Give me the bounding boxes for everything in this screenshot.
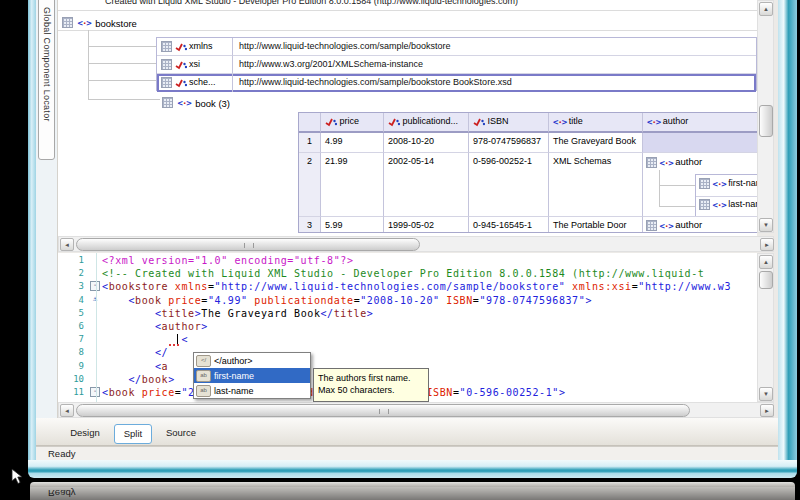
- fold-margin: [88, 361, 102, 374]
- scroll-left-button[interactable]: ◄: [60, 238, 74, 251]
- grid-handle-icon[interactable]: [646, 157, 657, 168]
- element-icon: <·>: [553, 117, 566, 127]
- scroll-down-button[interactable]: ▼: [759, 218, 773, 232]
- grid-handle-icon[interactable]: [161, 77, 172, 88]
- code-line[interactable]: 2<!-- Created with Liquid XML Studio - D…: [58, 268, 757, 281]
- design-vscrollbar[interactable]: ▲ ▼: [757, 0, 774, 233]
- scroll-left-button[interactable]: ◄: [60, 404, 74, 417]
- cell-author[interactable]: <·> author: [643, 217, 757, 233]
- sidebar-tab-global-component-locator[interactable]: Global Component Locator: [38, 0, 55, 160]
- code-line[interactable]: 7 <: [58, 334, 757, 347]
- last-name-row[interactable]: <·> last-name van der Vlist: [696, 196, 757, 217]
- first-name-row[interactable]: <·> first-name Eric: [696, 175, 757, 197]
- element-icon: ab: [196, 385, 211, 397]
- attribute-row-xmlns[interactable]: xmlns http://www.liquid-technologies.com…: [157, 38, 756, 56]
- source-hscrollbar[interactable]: ◄ ►: [58, 402, 774, 418]
- root-node-label[interactable]: bookstore: [95, 18, 137, 29]
- attribute-icon: [175, 78, 187, 88]
- column-header-author[interactable]: <·> author: [643, 113, 757, 133]
- grid-handle-icon[interactable]: [699, 178, 710, 189]
- code-line[interactable]: 4⚓ <book price="4.99" publicationdate="2…: [58, 295, 757, 308]
- scroll-thumb[interactable]: [759, 271, 773, 289]
- cell-title[interactable]: The Portable Door: [549, 217, 643, 233]
- scroll-thumb[interactable]: [76, 238, 420, 251]
- grid-handle-icon[interactable]: [161, 59, 172, 70]
- attribute-icon: [473, 117, 485, 127]
- code-line[interactable]: 1<?xml version="1.0" encoding="utf-8"?>: [58, 255, 757, 268]
- scroll-right-button[interactable]: ►: [760, 238, 774, 251]
- tree-line: [88, 80, 156, 81]
- scroll-down-button[interactable]: ▼: [759, 387, 773, 401]
- attribute-value[interactable]: http://www.liquid-technologies.com/sampl…: [233, 38, 756, 56]
- cell-publicationdate[interactable]: 2008-10-20: [384, 133, 469, 153]
- author-node-label[interactable]: author: [675, 156, 702, 167]
- grid-handle-icon[interactable]: [699, 199, 710, 210]
- attribute-value[interactable]: http://www.liquid-technologies.com/sampl…: [233, 74, 756, 92]
- column-header-publicationdate[interactable]: publicationd...: [384, 113, 469, 133]
- bookstore-node-row[interactable]: <·> bookstore: [62, 13, 137, 31]
- code-line[interactable]: 3-<bookstore xmlns="http://www.liquid-te…: [58, 281, 757, 294]
- attribute-value[interactable]: http://www.w3.org/2001/XMLSchema-instanc…: [233, 56, 756, 74]
- header-label: publicationd...: [403, 116, 459, 126]
- book-node-row[interactable]: <·> book (3): [162, 93, 230, 111]
- design-grid-pane[interactable]: Created with Liquid XML Studio - Develop…: [58, 0, 757, 252]
- header-label: price: [340, 116, 360, 126]
- design-hscrollbar[interactable]: ◄ ►: [58, 236, 774, 252]
- cell-title[interactable]: The Graveyard Book: [549, 133, 643, 153]
- column-header-title[interactable]: <·> title: [549, 113, 643, 133]
- tab-design[interactable]: Design: [62, 424, 108, 442]
- cell-isbn[interactable]: 0-596-00252-1: [469, 153, 549, 217]
- cell-isbn[interactable]: 978-0747596837: [469, 133, 549, 153]
- scroll-right-button[interactable]: ►: [760, 404, 774, 417]
- fold-margin: [88, 308, 102, 321]
- author-node-row[interactable]: <·> author: [646, 156, 702, 168]
- autocomplete-item[interactable]: abfirst-name: [194, 368, 310, 383]
- code-line[interactable]: 8 </: [58, 347, 757, 360]
- fold-marker-icon[interactable]: -: [88, 387, 102, 400]
- autocomplete-item[interactable]: </</author>: [194, 353, 310, 368]
- line-number: 2: [58, 268, 88, 281]
- fold-marker-icon[interactable]: -: [88, 281, 102, 294]
- author-node-label[interactable]: author: [675, 219, 702, 230]
- book-node-label[interactable]: book (3): [195, 98, 230, 109]
- scroll-thumb[interactable]: [76, 404, 690, 417]
- column-header-price[interactable]: price: [321, 113, 384, 133]
- code-line[interactable]: 5 <title>The Graveyard Book</title>: [58, 308, 757, 321]
- tab-source[interactable]: Source: [158, 424, 204, 442]
- cell-author-empty[interactable]: [643, 133, 757, 153]
- cell-isbn[interactable]: 0-945-16545-1: [469, 217, 549, 233]
- attribute-row-xsi[interactable]: xsi http://www.w3.org/2001/XMLSchema-ins…: [157, 56, 756, 74]
- tab-split[interactable]: Split: [114, 424, 152, 444]
- grid-handle-icon[interactable]: [161, 41, 172, 52]
- attribute-icon: [388, 117, 400, 127]
- scroll-up-button[interactable]: ▲: [759, 2, 773, 16]
- fold-marker-icon[interactable]: ⚓: [88, 295, 102, 308]
- grid-handle-icon[interactable]: [62, 17, 73, 28]
- autocomplete-item[interactable]: ablast-name: [194, 383, 310, 398]
- tree-line: [88, 46, 156, 47]
- attribute-row-schemalocation-selected[interactable]: sche... http://www.liquid-technologies.c…: [157, 74, 756, 92]
- thumb-grip: [244, 243, 254, 248]
- scroll-up-button[interactable]: ▲: [759, 255, 773, 269]
- grid-handle-icon[interactable]: [162, 97, 173, 108]
- scroll-thumb[interactable]: [759, 105, 773, 137]
- cell-price[interactable]: 4.99: [321, 133, 384, 153]
- window-left-border: [28, 0, 36, 462]
- cell-price[interactable]: 21.99: [321, 153, 384, 217]
- autocomplete-popup: </</author>abfirst-nameablast-name: [193, 352, 311, 399]
- grid-handle-icon[interactable]: [646, 220, 657, 231]
- column-header-isbn[interactable]: ISBN: [469, 113, 549, 133]
- source-vscrollbar[interactable]: ▲ ▼: [757, 253, 774, 402]
- code-line[interactable]: 6 <author>: [58, 321, 757, 334]
- row-number[interactable]: 2: [299, 153, 321, 217]
- row-number[interactable]: 1: [299, 133, 321, 153]
- row-number[interactable]: 3: [299, 217, 321, 233]
- cell-publicationdate[interactable]: 1999-05-02: [384, 217, 469, 233]
- fold-margin: [88, 268, 102, 281]
- cell-price[interactable]: 5.99: [321, 217, 384, 233]
- autocomplete-item-label: </author>: [214, 356, 253, 366]
- element-icon: <·>: [647, 117, 660, 127]
- line-number: 6: [58, 321, 88, 334]
- cell-publicationdate[interactable]: 2002-05-14: [384, 153, 469, 217]
- cell-title[interactable]: XML Schemas: [549, 153, 643, 217]
